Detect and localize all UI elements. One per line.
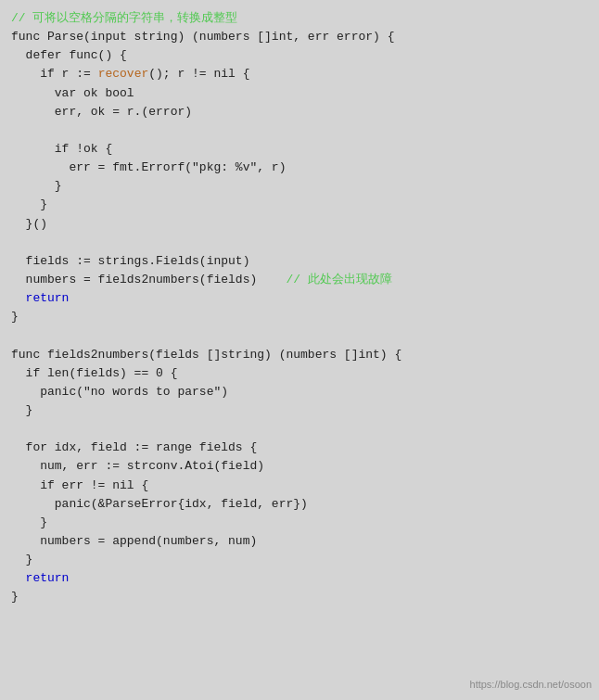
code-line-27: } bbox=[11, 514, 588, 532]
code-line-18: func fields2numbers(fields []string) (nu… bbox=[11, 346, 588, 364]
code-line-30: return bbox=[11, 569, 588, 588]
code-line-7: if !ok { bbox=[11, 140, 588, 159]
code-line-16: } bbox=[11, 308, 588, 326]
blank-line-12 bbox=[11, 234, 588, 252]
watermark: https://blog.csdn.net/osoon bbox=[470, 677, 592, 693]
return-keyword-1: return bbox=[26, 291, 70, 305]
code-line-4: var ok bool bbox=[11, 84, 588, 103]
code-container: // 可将以空格分隔的字符串，转换成整型 func Parse(input st… bbox=[0, 0, 599, 700]
code-line-26: panic(&ParseError{idx, field, err}) bbox=[11, 495, 588, 514]
code-line-9: } bbox=[11, 177, 588, 196]
code-line-14: numbers = fields2numbers(fields) // 此处会出… bbox=[11, 271, 588, 289]
inline-comment-zh: // 此处会出现故障 bbox=[286, 273, 391, 286]
return-keyword-2: return bbox=[26, 571, 70, 585]
code-line-2: defer func() { bbox=[11, 46, 588, 65]
recover-keyword: recover bbox=[98, 67, 149, 81]
code-line-3: if r := recover(); r != nil { bbox=[11, 65, 588, 83]
blank-line-17 bbox=[11, 326, 588, 345]
code-line-15: return bbox=[11, 289, 588, 308]
code-line-8: err = fmt.Errorf("pkg: %v", r) bbox=[11, 159, 588, 177]
code-line-13: fields := strings.Fields(input) bbox=[11, 252, 588, 271]
code-line-10: } bbox=[11, 196, 588, 214]
blank-line-22 bbox=[11, 420, 588, 439]
code-line-11: }() bbox=[11, 215, 588, 234]
code-line-19: if len(fields) == 0 { bbox=[11, 364, 588, 383]
code-line-1: func Parse(input string) (numbers []int,… bbox=[11, 28, 588, 46]
blank-line-6 bbox=[11, 121, 588, 140]
code-line-28: numbers = append(numbers, num) bbox=[11, 532, 588, 551]
comment-line-zh: // 可将以空格分隔的字符串，转换成整型 bbox=[11, 9, 588, 28]
code-line-29: } bbox=[11, 551, 588, 569]
code-line-23: for idx, field := range fields { bbox=[11, 439, 588, 457]
code-line-20: panic("no words to parse") bbox=[11, 383, 588, 401]
code-line-25: if err != nil { bbox=[11, 477, 588, 495]
code-line-21: } bbox=[11, 401, 588, 420]
code-line-5: err, ok = r.(error) bbox=[11, 103, 588, 121]
code-line-24: num, err := strconv.Atoi(field) bbox=[11, 457, 588, 476]
code-line-31: } bbox=[11, 588, 588, 606]
